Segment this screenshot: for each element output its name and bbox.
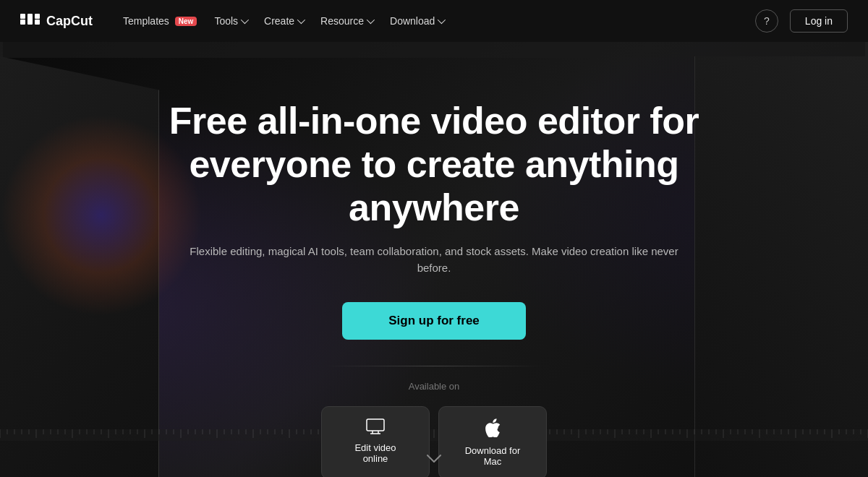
platform-divider <box>326 366 542 366</box>
navbar: CapCut Templates New Tools Create Resour… <box>0 0 868 42</box>
svg-rect-1 <box>20 14 25 19</box>
nav-item-tools[interactable]: Tools <box>207 9 254 33</box>
svg-rect-0 <box>20 20 25 25</box>
nav-label-resource: Resource <box>320 15 364 27</box>
nav-item-create[interactable]: Create <box>257 9 310 33</box>
available-on-label: Available on <box>409 381 460 392</box>
hero-subtitle: Flexible editing, magical AI tools, team… <box>188 244 680 276</box>
nav-label-templates: Templates <box>123 15 169 27</box>
chevron-down-icon <box>241 16 249 24</box>
hero-title: Free all-in-one video editor for everyon… <box>137 100 731 229</box>
edit-online-button[interactable]: Edit video online <box>321 406 430 477</box>
logo-icon <box>20 11 41 31</box>
nav-item-resource[interactable]: Resource <box>313 9 380 33</box>
brand-name: CapCut <box>46 14 93 29</box>
chevron-down-icon <box>367 16 375 24</box>
chevron-down-icon <box>297 16 305 24</box>
svg-rect-128 <box>367 419 384 431</box>
monitor-icon <box>366 418 385 437</box>
signup-label: Sign up for free <box>388 314 480 327</box>
new-badge: New <box>175 17 197 26</box>
nav-item-templates[interactable]: Templates New <box>116 9 204 33</box>
nav-left: CapCut Templates New Tools Create Resour… <box>20 9 451 33</box>
nav-label-tools: Tools <box>214 15 238 27</box>
nav-label-create: Create <box>264 15 294 27</box>
hero-section: // This won't run in SVG context, using … <box>0 42 868 477</box>
login-label: Log in <box>805 15 833 27</box>
login-button[interactable]: Log in <box>790 9 848 33</box>
nav-links: Templates New Tools Create Resource Down… <box>116 9 451 33</box>
chevron-down-icon <box>438 16 446 24</box>
signup-button[interactable]: Sign up for free <box>342 302 526 340</box>
download-mac-button[interactable]: Download for Mac <box>438 406 547 477</box>
svg-rect-4 <box>35 20 40 25</box>
scroll-chevron[interactable] <box>427 452 441 467</box>
svg-rect-3 <box>35 14 40 19</box>
chevron-down-icon <box>427 455 441 463</box>
download-mac-label: Download for Mac <box>459 445 526 467</box>
hero-content: Free all-in-one video editor for everyon… <box>0 42 868 477</box>
edit-online-label: Edit video online <box>342 442 409 464</box>
help-button[interactable]: ? <box>755 9 778 33</box>
nav-right: ? Log in <box>755 9 848 33</box>
apple-icon <box>485 418 501 439</box>
nav-item-download[interactable]: Download <box>383 9 451 33</box>
logo[interactable]: CapCut <box>20 11 93 31</box>
nav-label-download: Download <box>390 15 435 27</box>
help-icon: ? <box>764 15 770 27</box>
svg-rect-2 <box>27 14 33 25</box>
